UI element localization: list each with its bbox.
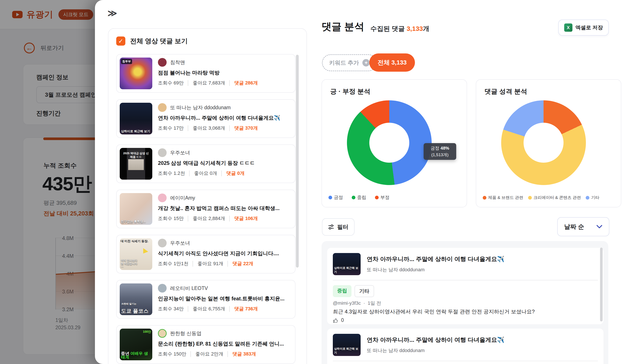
- channel-avatar: [158, 103, 166, 112]
- video-list-item[interactable]: 대 미친 식세기 등장. 아직 안사셨다면 지금입니다··· 우주쏘녀 식기세척…: [116, 235, 296, 274]
- video-thumbnail: 100만 중년 여배우 생태계: [120, 328, 152, 360]
- comment-like-button[interactable]: 0: [333, 317, 344, 323]
- video-thumbnail: 침투부: [120, 58, 152, 89]
- comment-text: 최근 4.3일자로 상하이영사관에서 우리 국민 연락 두절 관련 안전 공지하…: [333, 308, 535, 315]
- video-list-scrollbar[interactable]: [296, 55, 299, 268]
- nature-legend: 제품 & 브랜드 관련 크리에이터 & 콘텐츠 관련 기타: [483, 195, 604, 200]
- comment-count-link[interactable]: 댓글 370개: [234, 125, 258, 132]
- filter-sliders-icon: [328, 224, 334, 230]
- video-list-panel: ✓ 전체 영상 댓글 보기 침투부 침착맨 점점 불어나는 마라탕 먹방 조회수…: [108, 28, 307, 364]
- comment-count-link[interactable]: 댓글 286개: [234, 80, 258, 86]
- nature-badge: 기타: [354, 285, 374, 297]
- comment-card: 상하이로 퇴근해 보기 연차 아까우니까... 주말에 상하이 여행 다녀올게요…: [327, 328, 604, 364]
- like-count: 0: [341, 317, 344, 323]
- comment-count-link[interactable]: 댓글 0개: [226, 170, 244, 176]
- video-title: 개강 첫날.. 혼자 밥먹고 캠퍼스 떠도는 아싸 대학생...: [158, 205, 292, 212]
- video-thumbnail: 2025 역대급 삼성 신제품 ㄷㄷ: [120, 148, 152, 180]
- channel-name: 우주쏘녀: [170, 240, 190, 246]
- comment-video-title: 연차 아까우니까... 주말에 상하이 여행 다녀올게요✈️: [367, 336, 597, 344]
- video-list-item[interactable]: 100만 중년 여배우 생태계 짠한형 신동엽 문소리 {짠한형} EP. 81…: [116, 325, 296, 364]
- plus-icon: +: [362, 59, 370, 66]
- comment-video-channel: 또 떠나는 남자 ddoddunam: [367, 347, 425, 354]
- video-stats: 조회수 1.2천│ 좋아요 0개│ 댓글 0개: [158, 170, 292, 176]
- channel-name: 레오티비 LEOTV: [170, 285, 208, 292]
- select-all-videos[interactable]: ✓ 전체 영상 댓글 보기: [116, 36, 188, 46]
- comment-feed-container: 상하이로 퇴근해 보기 연차 아까우니까... 주말에 상하이 여행 다녀올게요…: [322, 241, 608, 364]
- video-title: 2025 삼성 역대급 식기세척기 등장 ㄷㄷㄷ: [158, 160, 292, 166]
- nature-donut-chart[interactable]: [501, 100, 586, 185]
- comment-count-link[interactable]: 댓글 383개: [232, 351, 256, 357]
- card-title: 댓글 성격 분석: [484, 87, 527, 96]
- video-stats: 조회수 15만│ 좋아요 2,884개│ 댓글 106개: [158, 215, 292, 222]
- select-all-label: 전체 영상 댓글 보기: [130, 37, 188, 46]
- video-list-item[interactable]: 상하이로 퇴근해 보기 또 떠나는 남자 ddoddunam 연차 아까우니까.…: [116, 99, 296, 138]
- thumb-caption: 친구없는 휴학생...: [121, 220, 152, 224]
- video-list-item[interactable]: 친구없는 휴학생... 에이미Amy 개강 첫날.. 혼자 밥먹고 캠퍼스 떠도…: [116, 190, 296, 228]
- video-title: 점점 불어나는 마라탕 먹방: [158, 69, 292, 76]
- total-filter-chip[interactable]: 전체 3,133: [369, 54, 415, 72]
- collapse-panel-button[interactable]: ≫: [108, 8, 117, 18]
- video-thumbnail: 친구없는 휴학생...: [120, 193, 152, 225]
- thumb-badge: 100만: [143, 330, 151, 334]
- legend-item-etc[interactable]: 기타: [586, 195, 599, 200]
- comment-card: 상하이로 퇴근해 보기 연차 아까우니까... 주말에 상하이 여행 다녀올게요…: [327, 248, 604, 324]
- comment-count-link[interactable]: 댓글 106개: [234, 215, 258, 222]
- thumb-caption-top: 대 미친 식세기 등장.: [120, 239, 152, 243]
- legend-item-negative[interactable]: 부정: [375, 194, 390, 200]
- legend-item-creator[interactable]: 크리에이터 & 콘텐츠 관련: [528, 195, 581, 200]
- collected-count: 3,133: [407, 25, 423, 32]
- comment-video-thumbnail: 상하이로 퇴근해 보기: [333, 334, 360, 356]
- sort-order-dropdown[interactable]: 날짜 순: [557, 217, 609, 236]
- legend-dot: [528, 196, 532, 200]
- thumb-caption: 2025 역대급 삼성 신제품 ㄷㄷ: [123, 152, 149, 159]
- video-title: 인공지능이 말아주는 일본 여행 feat.트롯바비 홍지윤...: [158, 295, 292, 302]
- sentiment-badge: 중립: [333, 285, 352, 297]
- channel-name: 침착맨: [170, 59, 185, 66]
- thumb-caption: 아직 안사셨다면 지금입니다···: [121, 259, 138, 269]
- legend-dot: [483, 196, 486, 200]
- thumb-caption-sub: AI한테 맡기는: [122, 302, 136, 306]
- legend-item-product[interactable]: 제품 & 브랜드 관련: [483, 195, 523, 200]
- thumb-caption: 도쿄 풀코스: [121, 308, 152, 314]
- thumb-caption: 상하이로 퇴근해 보기: [121, 130, 152, 133]
- divider: [333, 280, 598, 280]
- video-thumbnail: AI한테 맡기는 도쿄 풀코스: [120, 284, 152, 315]
- sentiment-donut-chart[interactable]: [347, 100, 432, 185]
- channel-avatar: [158, 239, 166, 247]
- yellow-arrow: [141, 248, 148, 255]
- collected-comments-summary: 수집된 댓글 3,133개: [370, 24, 430, 33]
- video-stats: 조회수 69만│ 좋아요 7,683개│ 댓글 286개: [158, 80, 292, 86]
- video-stats: 조회수 150만│ 좋아요 2만개│ 댓글 383개: [158, 351, 292, 357]
- comment-video-title: 연차 아까우니까... 주말에 상하이 여행 다녀올게요✈️: [367, 255, 597, 263]
- thumbs-up-icon: [333, 318, 338, 323]
- comment-count-link[interactable]: 댓글 736개: [234, 306, 258, 312]
- video-title: 문소리 {짠한형} EP. 81 신동엽도 말려든 기존쎄 언니...: [158, 340, 292, 347]
- video-list-item[interactable]: 2025 역대급 삼성 신제품 ㄷㄷ 우주쏘녀 2025 삼성 역대급 식기세척…: [116, 144, 296, 183]
- divider: [333, 361, 598, 361]
- filter-button[interactable]: 필터: [322, 218, 354, 236]
- export-excel-button[interactable]: X 엑셀로 저장: [558, 20, 609, 36]
- legend-dot: [375, 196, 379, 199]
- legend-item-neutral[interactable]: 중립: [352, 194, 366, 200]
- channel-avatar: [158, 194, 166, 202]
- comment-feed-scrollbar[interactable]: [600, 248, 603, 322]
- comment-analysis-modal: ≫ ✓ 전체 영상 댓글 보기 침투부 침착맨 점점 불어나는 마라탕 먹방 조…: [95, 0, 630, 364]
- video-list-item[interactable]: AI한테 맡기는 도쿄 풀코스 레오티비 LEOTV 인공지능이 말아주는 일본…: [116, 280, 296, 318]
- video-stats: 조회수 1만1천│ 좋아요 91개│ 댓글 22개: [158, 260, 292, 267]
- sentiment-legend: 긍정 중립 부정: [328, 194, 398, 200]
- sentiment-analysis-card: 긍 · 부정 분석 긍정 48% (1,513개) 긍정 중립 부정: [322, 79, 467, 208]
- legend-item-positive[interactable]: 긍정: [328, 194, 343, 200]
- checkbox-checked-icon[interactable]: ✓: [116, 36, 125, 46]
- channel-avatar: [158, 284, 166, 292]
- app-root: 유광기 시크릿 모드 ← 뒤로가기 캠페인 정보 3월 프로모션 캠페인 진행기…: [0, 0, 630, 364]
- excel-icon: X: [564, 24, 572, 32]
- channel-name: 짠한형 신동엽: [170, 330, 202, 337]
- comment-video-channel: 또 떠나는 남자 ddoddunam: [367, 266, 425, 273]
- thumb-badge: 침투부: [121, 59, 132, 64]
- add-keyword-chip[interactable]: 키워드 추가 +: [322, 54, 377, 71]
- comment-count-link[interactable]: 댓글 22개: [232, 260, 254, 267]
- channel-name: 또 떠나는 남자 ddoddunam: [170, 104, 231, 111]
- chevron-down-icon: [596, 225, 602, 229]
- video-list-item[interactable]: 침투부 침착맨 점점 불어나는 마라탕 먹방 조회수 69만│ 좋아요 7,68…: [116, 54, 296, 93]
- channel-name: 에이미Amy: [170, 194, 195, 201]
